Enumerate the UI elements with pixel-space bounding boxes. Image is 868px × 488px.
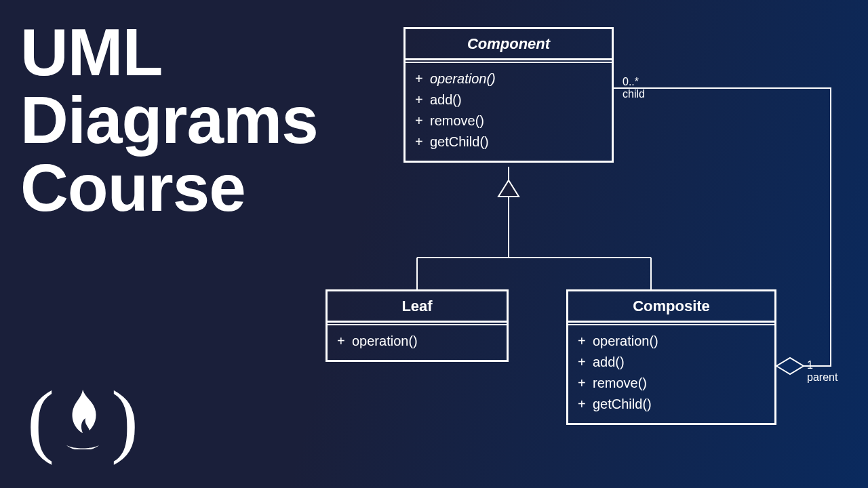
operation: +operation() [578, 331, 765, 352]
multiplicity-parent: 1 parent [807, 359, 837, 384]
aggregation-diamond-icon [776, 358, 804, 374]
operation: +operation() [415, 68, 602, 89]
operation: +add() [415, 89, 602, 110]
title-line-2: Diagrams [20, 87, 318, 155]
paren-left-icon: ( [27, 380, 54, 461]
generalization-arrowhead-icon [498, 180, 519, 197]
operations-compartment: +operation() +add() +remove() +getChild(… [406, 63, 612, 161]
operations-compartment: +operation() [328, 325, 507, 360]
operation: +add() [578, 352, 765, 373]
class-box-composite: Composite +operation() +add() +remove() … [566, 289, 776, 425]
fire-icon [61, 388, 104, 452]
operation: +getChild() [415, 131, 602, 152]
operations-compartment: +operation() +add() +remove() +getChild(… [568, 325, 774, 423]
class-name: Leaf [328, 291, 507, 323]
course-title: UML Diagrams Course [20, 19, 318, 222]
class-box-leaf: Leaf +operation() [326, 289, 509, 362]
class-box-component: Component +operation() +add() +remove() … [403, 27, 614, 163]
multiplicity-child: 0..* child [623, 76, 645, 101]
operation: +getChild() [578, 394, 765, 415]
title-line-1: UML [20, 19, 318, 87]
paren-right-icon: ) [111, 380, 138, 461]
operation: +remove() [415, 110, 602, 131]
freecodecamp-logo: ( ) [27, 380, 138, 461]
operation: +operation() [337, 331, 497, 352]
class-name: Component [406, 29, 612, 60]
title-line-3: Course [20, 155, 318, 222]
class-name: Composite [568, 291, 774, 323]
operation: +remove() [578, 373, 765, 394]
